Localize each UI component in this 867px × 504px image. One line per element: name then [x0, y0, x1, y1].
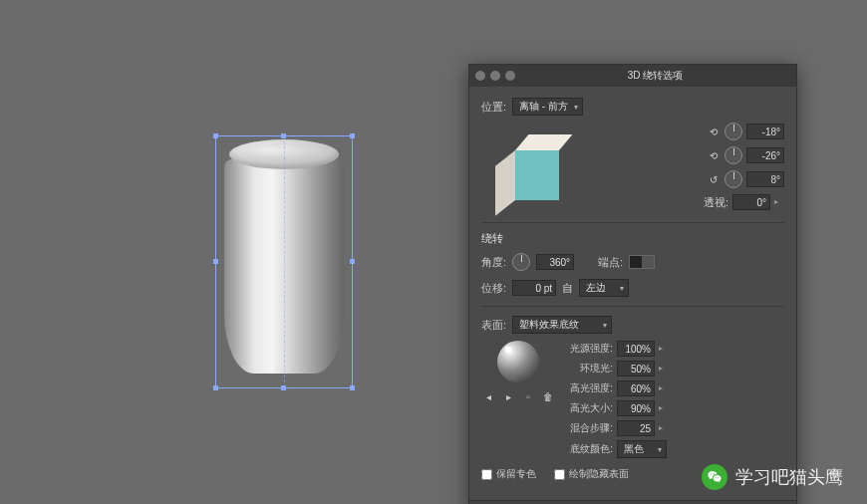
draw-hidden-checkbox[interactable]: 绘制隐藏表面 — [554, 467, 629, 481]
rotate-x-icon: ⟲ — [707, 125, 721, 138]
shading-color-label: 底纹颜色: — [565, 442, 613, 456]
rotate-y-input[interactable]: -26° — [746, 147, 784, 163]
offset-from-label: 自 — [562, 281, 573, 296]
ambient-input[interactable]: 50% — [617, 361, 655, 377]
shading-color-select[interactable]: 黑色 — [617, 440, 667, 458]
delete-light-icon[interactable]: 🗑 — [541, 389, 555, 403]
3d-revolve-options-dialog: 3D 绕转选项 位置: 离轴 - 前方 ⟲ -18° ⟲ — [468, 64, 797, 504]
perspective-label: 透视: — [704, 195, 728, 210]
highlight-intensity-input[interactable]: 60% — [617, 380, 655, 396]
orientation-cube[interactable] — [481, 123, 571, 212]
highlight-size-label: 高光大小: — [565, 401, 613, 415]
rotate-z-input[interactable]: 8° — [746, 171, 784, 187]
chevron-right-icon[interactable]: ▸ — [659, 383, 669, 393]
highlight-size-input[interactable]: 90% — [617, 400, 655, 416]
revolve-section-title: 绕转 — [481, 231, 784, 246]
offset-from-select[interactable]: 左边 — [579, 279, 629, 297]
cap-label: 端点: — [598, 255, 623, 270]
light-sphere[interactable] — [497, 341, 539, 382]
can-lid-shape — [241, 143, 327, 161]
offset-label: 位移: — [481, 281, 506, 296]
chevron-right-icon[interactable]: ▸ — [659, 403, 669, 413]
dialog-title: 3D 绕转选项 — [520, 69, 790, 83]
position-label: 位置: — [481, 100, 506, 115]
angle-dial[interactable] — [512, 253, 530, 271]
position-select[interactable]: 离轴 - 前方 — [512, 98, 583, 116]
cap-toggle[interactable] — [629, 255, 655, 269]
surface-type-select[interactable]: 塑料效果底纹 — [512, 316, 612, 334]
next-light-icon[interactable]: ▸ — [501, 389, 515, 403]
blend-steps-input[interactable]: 25 — [617, 420, 655, 436]
close-icon[interactable] — [475, 71, 485, 81]
light-intensity-label: 光源强度: — [565, 342, 613, 356]
angle-input[interactable]: 360° — [536, 254, 574, 270]
canvas-3d-object — [219, 139, 349, 383]
blend-steps-label: 混合步骤: — [565, 421, 613, 435]
rotate-y-icon: ⟲ — [707, 148, 721, 162]
prev-light-icon[interactable]: ◂ — [481, 389, 495, 403]
dialog-titlebar[interactable]: 3D 绕转选项 — [469, 65, 796, 87]
new-light-icon[interactable]: ▫ — [521, 389, 535, 403]
light-intensity-input[interactable]: 100% — [617, 341, 655, 357]
ambient-label: 环境光: — [565, 362, 613, 376]
chevron-right-icon[interactable]: ▸ — [659, 344, 669, 354]
perspective-input[interactable]: 0° — [732, 194, 770, 210]
wechat-watermark: 学习吧猫头鹰 — [702, 464, 843, 490]
rotate-x-dial[interactable] — [724, 123, 742, 140]
surface-label: 表面: — [481, 318, 506, 333]
highlight-intensity-label: 高光强度: — [565, 381, 613, 395]
wechat-icon — [702, 464, 727, 490]
zoom-icon[interactable] — [505, 71, 515, 81]
chevron-right-icon[interactable]: ▸ — [659, 364, 669, 374]
rotate-z-dial[interactable] — [724, 170, 742, 188]
chevron-right-icon[interactable]: ▸ — [774, 197, 784, 207]
rotate-z-icon: ↺ — [707, 172, 721, 186]
angle-label: 角度: — [481, 255, 506, 270]
chevron-right-icon[interactable]: ▸ — [659, 423, 669, 433]
preserve-spot-checkbox[interactable]: 保留专色 — [481, 467, 536, 481]
can-body-shape — [224, 159, 344, 374]
rotate-y-dial[interactable] — [724, 146, 742, 164]
offset-input[interactable]: 0 pt — [512, 280, 556, 296]
minimize-icon[interactable] — [490, 71, 500, 81]
watermark-text: 学习吧猫头鹰 — [735, 465, 843, 489]
window-controls[interactable] — [475, 71, 515, 81]
rotate-x-input[interactable]: -18° — [746, 124, 784, 139]
